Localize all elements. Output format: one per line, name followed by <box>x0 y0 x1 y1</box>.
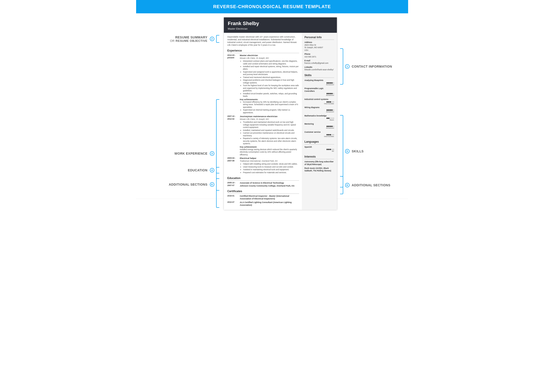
resume-main-column: Dependable master electrician with 10+ y… <box>224 33 302 210</box>
bracket-icon <box>340 48 343 85</box>
job-bullet: Helped with installing wiring and condui… <box>243 163 299 165</box>
email-label: E-mail <box>305 59 334 62</box>
job-bullet: Assisted in maintaining electrical tools… <box>243 168 299 171</box>
achievement-label: Key achievements: <box>240 98 299 101</box>
callout-contact-num: 1 <box>345 64 349 69</box>
callout-contact-label: CONTACT INFORMATION <box>352 65 392 68</box>
section-skills-title: Skills <box>305 73 334 78</box>
certificate-date: 2016-01 <box>227 195 240 200</box>
job-bullet: Carried out preventive maintenance on el… <box>243 132 299 137</box>
job-role: Master electrician <box>240 54 299 57</box>
job-dates: 2007-10 - 2012-02 <box>227 115 240 156</box>
section-education-title: Education <box>227 176 299 181</box>
education-dates: 2005-10 - 2007-07 <box>227 181 240 187</box>
callout-work: WORK EXPERIENCE 3 <box>170 99 219 208</box>
job-entry: 2012-03 - presentMaster electricianMosai… <box>227 54 299 114</box>
achievement-bullet: Increased efficiency by 33% by identifyi… <box>243 101 299 109</box>
achievement-text: Installed energy saving devices which re… <box>240 148 299 156</box>
job-bullet: Diagnosed problems and checked leakages … <box>243 79 299 84</box>
canvas: RESUME SUMMARY OR RESUME OBJECTIVE 2 WOR… <box>136 13 408 199</box>
skill-name: Programmable Logic Controllers <box>305 87 334 93</box>
callout-additional-right-num: 6 <box>345 183 349 187</box>
job-entry: 2007-10 - 2012-02Journeyman maintenance … <box>227 115 299 156</box>
skill-level: Advanced <box>305 94 334 97</box>
linkedin-value: linkedin.com/in/frank-sean-shelby/ <box>305 69 334 71</box>
email-value: francis.s.shelby@gmail.com <box>305 62 334 64</box>
job-bullet: Supervised and assigned work to apprenti… <box>243 71 299 76</box>
education-degree: Associate of Science in Electrical Techn… <box>240 181 299 184</box>
callout-additional-left-num: 6 <box>210 182 214 187</box>
resume-document: Frank Shelby Master Electrician Dependab… <box>224 18 337 210</box>
skill-dots <box>326 134 334 135</box>
job-bullet: Installed circuit breaker panels, switch… <box>243 93 299 98</box>
callout-education-label: EDUCATION <box>185 168 207 172</box>
callout-additional-right: 6 ADDITIONAL SECTIONS <box>340 176 390 194</box>
callout-contact: 1 CONTACT INFORMATION <box>340 48 392 85</box>
skill-name: Analyzing blueprints <box>305 79 334 82</box>
job-bullet: Took the highest level of care for keepi… <box>243 84 299 92</box>
job-bullet: Troubleshot and maintained electrical wo… <box>243 121 299 129</box>
job-bullet: Used measuring tools to measure and cut … <box>243 166 299 168</box>
callout-summary-num: 2 <box>210 37 214 41</box>
achievement-bullet: Supervised an internal training program,… <box>243 109 299 114</box>
skill-entry: Industrial control systemsIntermediate <box>305 98 334 105</box>
callout-education-num: 4 <box>210 168 214 172</box>
skill-level: Advanced <box>305 111 334 113</box>
job-dates: 2012-03 - present <box>227 54 240 114</box>
job-bullet: Installed, maintained and repaired switc… <box>243 129 299 132</box>
bracket-icon <box>216 167 219 173</box>
callout-summary-l1: RESUME SUMMARY <box>175 35 207 39</box>
certificate-entry: 2010-07ALA Certified Lighting Consultant… <box>227 201 299 206</box>
callout-skills-num: 5 <box>345 149 349 153</box>
job-bullet: Repaired a variety of telemetry systems:… <box>243 137 299 145</box>
linkedin-label: LinkedIn <box>305 66 334 69</box>
skill-entry: Wiring diagramsAdvanced <box>305 106 334 113</box>
certificate-entry: 2016-01Certified Electrical Inspector - … <box>227 195 299 200</box>
section-experience-title: Experience <box>227 49 299 53</box>
callout-summary-bold: RESUME OBJECTIVE <box>176 39 207 42</box>
skill-entry: Customer serviceIntermediate <box>305 131 334 138</box>
job-bullet: Interpreted contract plans and specifica… <box>243 60 299 65</box>
resume-side-column: Personal Info Address 2823 Olive St St J… <box>302 33 337 210</box>
certificate-name: ALA Certified Lighting Consultant (Ameri… <box>240 201 299 206</box>
skill-level: Advanced <box>305 84 334 86</box>
skill-dots <box>326 101 334 103</box>
skill-entry: Programmable Logic ControllersAdvanced <box>305 87 334 97</box>
bracket-icon <box>216 99 219 208</box>
resume-summary: Dependable master electrician with 10+ y… <box>227 35 299 47</box>
callout-additional-left-label: ADDITIONAL SECTIONS <box>164 183 207 186</box>
address-label: Address <box>305 41 334 44</box>
skill-level: Intermediate <box>305 103 334 105</box>
callout-summary: RESUME SUMMARY OR RESUME OBJECTIVE 2 <box>156 35 219 43</box>
skill-name: Mentoring <box>305 123 334 125</box>
callout-skills-label: SKILLS <box>352 149 364 153</box>
callout-additional-right-label: ADDITIONAL SECTIONS <box>352 183 390 187</box>
resume-name: Frank Shelby <box>228 21 333 26</box>
education-entry: 2005-10 - 2007-07 Associate of Science i… <box>227 181 299 187</box>
job-company: Mosaic Life Claire, St Joseph, MO <box>240 57 299 59</box>
address-line: St Joseph, MO 64507 <box>305 46 334 49</box>
skill-entry: MentoringAdvanced <box>305 123 334 129</box>
interest-item: Rock music (AC/DC, Black Sabbath, The Ro… <box>305 167 334 172</box>
skill-name: Wiring diagrams <box>305 106 334 109</box>
job-role: Electrical helper <box>240 157 299 160</box>
address-line: 2823 Olive St <box>305 44 334 46</box>
job-company: Mosaic Life Claire, St Joseph, MO <box>240 118 299 121</box>
certificate-name: Certified Electrical Inspector - Master … <box>240 195 299 200</box>
skill-name: Mathematics knowledge <box>305 115 334 117</box>
achievement-label: Key achievement: <box>240 146 299 148</box>
resume-header: Frank Shelby Master Electrician <box>224 18 337 33</box>
section-personal-info-title: Personal Info <box>305 35 334 40</box>
job-dates: 2003-04 - 2007-08 <box>227 157 240 174</box>
phone-label: Phone <box>305 53 334 55</box>
job-role: Journeyman maintenance electrician <box>240 115 299 118</box>
interest-item: Astronomy (life-long subscriber of Sky&T… <box>305 160 334 166</box>
skill-level: Advanced <box>305 127 334 129</box>
bracket-icon <box>340 176 343 194</box>
job-bullet: Trained and mentored electrical apprenti… <box>243 76 299 79</box>
skill-level: Basic <box>305 119 334 121</box>
education-school: Johnson County Community College, Overla… <box>240 184 299 187</box>
section-interests-title: Interests <box>305 155 334 159</box>
skill-dots <box>326 109 334 111</box>
bracket-icon <box>216 178 219 191</box>
